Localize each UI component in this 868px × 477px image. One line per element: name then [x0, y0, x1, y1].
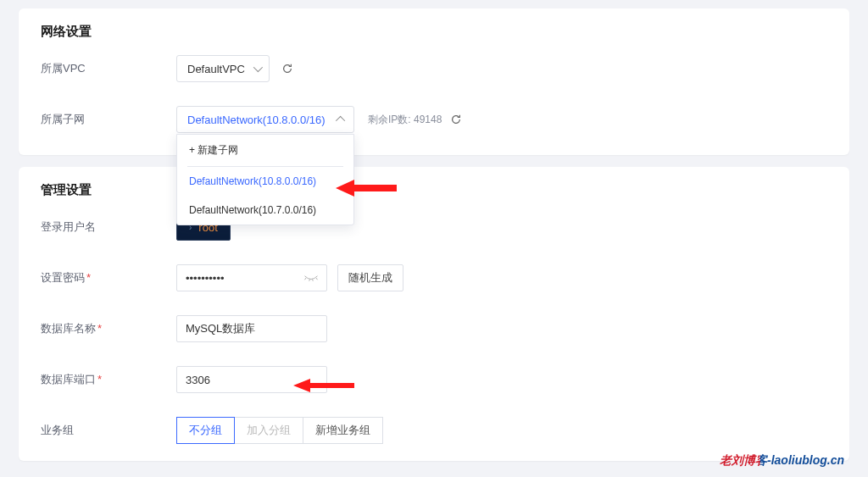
dbname-row: 数据库名称 — [41, 315, 827, 342]
group-none-button[interactable]: 不分组 — [176, 417, 235, 444]
svg-line-3 — [313, 280, 314, 281]
chevron-up-icon — [336, 116, 345, 125]
svg-line-0 — [305, 278, 307, 280]
username-label: 登录用户名 — [41, 219, 176, 235]
annotation-arrow-icon — [293, 378, 354, 393]
annotation-arrow-icon — [336, 178, 397, 198]
group-join-button[interactable]: 加入分组 — [235, 417, 303, 444]
refresh-icon[interactable] — [281, 63, 293, 75]
subnet-option-0[interactable]: DefaultNetwork(10.8.0.0/16) — [177, 167, 353, 196]
vpc-row: 所属VPC DefaultVPC — [41, 55, 827, 82]
subnet-label: 所属子网 — [41, 112, 176, 127]
group-label: 业务组 — [41, 423, 176, 438]
subnet-row: 所属子网 DefaultNetwork(10.8.0.0/16) + 新建子网 … — [41, 106, 827, 133]
group-row: 业务组 不分组 加入分组 新增业务组 — [41, 417, 827, 444]
group-new-button[interactable]: 新增业务组 — [303, 417, 383, 444]
svg-marker-5 — [293, 379, 354, 392]
subnet-dropdown: + 新建子网 DefaultNetwork(10.8.0.0/16) Defau… — [176, 134, 354, 225]
network-settings-card: 网络设置 所属VPC DefaultVPC 所属子网 DefaultNetwor… — [19, 8, 849, 155]
dbname-input[interactable] — [176, 315, 327, 342]
password-row: 设置密码 随机生成 — [41, 264, 827, 291]
chevron-down-icon — [253, 63, 263, 72]
subnet-option-1[interactable]: DefaultNetwork(10.7.0.0/16) — [177, 196, 353, 225]
subnet-select[interactable]: DefaultNetwork(10.8.0.0/16) + 新建子网 Defau… — [176, 106, 354, 133]
vpc-label: 所属VPC — [41, 61, 176, 76]
new-subnet-option[interactable]: + 新建子网 — [177, 135, 353, 166]
port-label: 数据库端口 — [41, 372, 176, 387]
port-row: 数据库端口 — [41, 366, 827, 393]
svg-line-1 — [316, 278, 318, 280]
subnet-value: DefaultNetwork(10.8.0.0/16) — [187, 114, 326, 126]
password-label: 设置密码 — [41, 270, 176, 286]
username-row: 登录用户名 › root — [41, 214, 827, 241]
dbname-label: 数据库名称 — [41, 321, 176, 336]
management-settings-card: 管理设置 登录用户名 › root 设置密码 随机生成 数据库名称 数据库端口 — [19, 167, 849, 461]
network-section-title: 网络设置 — [41, 24, 827, 40]
eye-icon[interactable] — [303, 272, 319, 284]
vpc-value: DefaultVPC — [187, 63, 245, 75]
group-button-group: 不分组 加入分组 新增业务组 — [176, 417, 383, 444]
svg-marker-4 — [336, 180, 397, 197]
vpc-select[interactable]: DefaultVPC — [176, 55, 270, 82]
refresh-icon[interactable] — [450, 114, 462, 125]
random-password-button[interactable]: 随机生成 — [337, 264, 403, 291]
watermark: 老刘博客-laoliublog.cn — [720, 453, 844, 469]
ip-count-text: 剩余IP数: 49148 — [368, 113, 442, 127]
svg-line-2 — [309, 280, 310, 281]
management-section-title: 管理设置 — [41, 182, 827, 198]
